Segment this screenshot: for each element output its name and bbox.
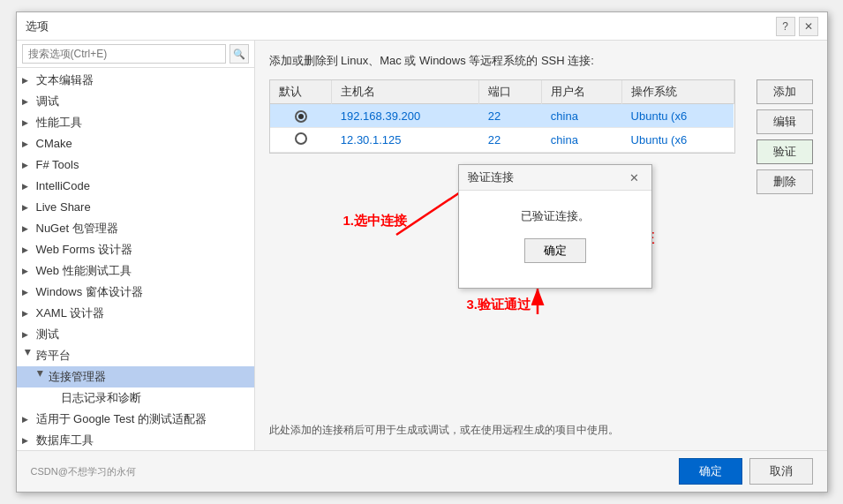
edit-button[interactable]: 编辑 <box>756 109 813 134</box>
sidebar-item-label: 连接管理器 <box>49 368 106 386</box>
sidebar-item-label: IntelliCode <box>36 177 90 195</box>
options-dialog: 选项 ? ✕ 🔍 ▶ 文本编辑器 ▶ 调试 ▶ <box>16 11 828 493</box>
sidebar-item-webforms[interactable]: ▶ Web Forms 设计器 <box>17 239 254 260</box>
expand-arrow: ▶ <box>22 156 34 174</box>
table-row[interactable]: 12.30.1.125 22 china Ubuntu (x6 <box>270 128 734 153</box>
dialog-title: 选项 <box>26 19 49 34</box>
col-header-user: 用户名 <box>542 80 622 104</box>
sidebar-item-label: F# Tools <box>36 156 79 174</box>
sidebar-item-winforms[interactable]: ▶ Windows 窗体设计器 <box>17 282 254 303</box>
expand-arrow: ▶ <box>22 262 34 280</box>
sidebar-item-log[interactable]: ▶ 日志记录和诊断 <box>17 387 254 409</box>
tree-container: ▶ 文本编辑器 ▶ 调试 ▶ 性能工具 ▶ CMake ▶ F# Tools <box>17 68 254 450</box>
search-box: 🔍 <box>17 41 254 68</box>
col-header-port: 端口 <box>479 80 542 104</box>
sidebar-item-nuget[interactable]: ▶ NuGet 包管理器 <box>17 218 254 239</box>
port-cell: 22 <box>479 104 542 128</box>
verify-confirm-button[interactable]: 确定 <box>524 238 586 263</box>
os-cell: Ubuntu (x6 <box>622 128 734 153</box>
sidebar-item-label: Web Forms 设计器 <box>36 241 133 259</box>
content-area: 添加或删除到 Linux、Mac 或 Windows 等远程系统的 SSH 连接… <box>255 41 827 450</box>
sidebar-item-label: Windows 窗体设计器 <box>36 283 143 301</box>
col-header-default: 默认 <box>270 80 332 104</box>
search-icon[interactable]: 🔍 <box>230 44 249 64</box>
sidebar-item-label: 适用于 Google Test 的测试适配器 <box>36 410 207 428</box>
table-row[interactable]: 192.168.39.200 22 china Ubuntu (x6 <box>270 104 734 128</box>
title-controls: ? ✕ <box>776 17 818 36</box>
sidebar-item-google-test[interactable]: ▶ 适用于 Google Test 的测试适配器 <box>17 409 254 430</box>
sidebar-item-label: 测试 <box>36 326 59 343</box>
content-footer-text: 此处添加的连接稍后可用于生成或调试，或在使用远程生成的项目中使用。 <box>269 423 813 438</box>
sidebar-item-webperf[interactable]: ▶ Web 性能测试工具 <box>17 260 254 282</box>
radio-cell <box>270 128 332 153</box>
expand-arrow: ▶ <box>22 283 34 301</box>
expand-arrow: ▶ <box>32 371 49 383</box>
help-button[interactable]: ? <box>776 17 795 36</box>
sidebar-item-fsharp[interactable]: ▶ F# Tools <box>17 154 254 176</box>
radio-button[interactable] <box>295 132 307 145</box>
ok-button[interactable]: 确定 <box>679 458 742 485</box>
verify-dialog-title: 验证连接 <box>468 169 514 185</box>
sidebar-item-label: 日志记录和诊断 <box>61 389 141 407</box>
expand-arrow: ▶ <box>22 432 34 449</box>
sidebar-item-debug[interactable]: ▶ 调试 <box>17 91 254 112</box>
sidebar-item-connection-manager[interactable]: ▶ 连接管理器 <box>17 366 254 387</box>
close-button[interactable]: ✕ <box>799 17 818 36</box>
sidebar-item-label: 文本编辑器 <box>36 71 94 89</box>
sidebar-item-label: XAML 设计器 <box>36 305 105 322</box>
sidebar: 🔍 ▶ 文本编辑器 ▶ 调试 ▶ 性能工具 ▶ CMake <box>17 41 255 450</box>
user-cell: china <box>542 128 622 153</box>
sidebar-item-perf[interactable]: ▶ 性能工具 <box>17 112 254 133</box>
sidebar-item-label: Web 性能测试工具 <box>36 262 132 280</box>
add-button[interactable]: 添加 <box>756 79 813 104</box>
expand-arrow: ▶ <box>22 177 34 195</box>
verify-body: 已验证连接。 确定 <box>459 191 651 288</box>
os-cell: Ubuntu (x6 <box>622 104 734 128</box>
col-header-host: 主机名 <box>332 80 479 104</box>
footer-brand: CSDN@不想学习的永何 <box>31 465 136 478</box>
sidebar-item-live-share[interactable]: ▶ Live Share <box>17 197 254 218</box>
sidebar-item-label: 跨平台 <box>36 347 71 365</box>
sidebar-item-label: 性能工具 <box>36 114 82 132</box>
user-cell: china <box>542 104 622 128</box>
radio-button[interactable] <box>295 110 307 123</box>
sidebar-item-label: 调试 <box>36 93 59 110</box>
sidebar-item-cmake[interactable]: ▶ CMake <box>17 133 254 154</box>
expand-arrow: ▶ <box>19 350 37 362</box>
content-header: 添加或删除到 Linux、Mac 或 Windows 等远程系统的 SSH 连接… <box>269 53 813 69</box>
sidebar-item-xaml[interactable]: ▶ XAML 设计器 <box>17 303 254 324</box>
sidebar-item-crossplatform[interactable]: ▶ 跨平台 <box>17 345 254 366</box>
delete-button[interactable]: 删除 <box>756 169 813 194</box>
verify-button[interactable]: 验证 <box>756 139 813 164</box>
expand-arrow: ▶ <box>22 199 34 216</box>
dialog-footer: CSDN@不想学习的永何 确定 取消 <box>17 450 827 492</box>
sidebar-item-database[interactable]: ▶ 数据库工具 <box>17 430 254 450</box>
ssh-table-wrapper: 默认 主机名 端口 用户名 操作系统 <box>269 79 735 154</box>
col-header-os: 操作系统 <box>622 80 734 104</box>
dialog-body: 🔍 ▶ 文本编辑器 ▶ 调试 ▶ 性能工具 ▶ CMake <box>17 41 827 450</box>
sidebar-item-label: NuGet 包管理器 <box>36 220 118 237</box>
cancel-button[interactable]: 取消 <box>749 458 813 485</box>
expand-arrow: ▶ <box>22 305 34 322</box>
expand-arrow: ▶ <box>22 241 34 259</box>
ssh-table: 默认 主机名 端口 用户名 操作系统 <box>270 80 734 153</box>
search-input[interactable] <box>22 44 226 64</box>
verify-message: 已验证连接。 <box>477 208 634 224</box>
verify-close-button[interactable]: ✕ <box>627 169 643 185</box>
expand-arrow: ▶ <box>22 93 34 110</box>
expand-arrow: ▶ <box>22 410 34 428</box>
verify-dialog: 验证连接 ✕ 已验证连接。 确定 <box>458 164 652 289</box>
expand-arrow: ▶ <box>22 114 34 132</box>
expand-arrow: ▶ <box>22 220 34 237</box>
sidebar-item-intellicode[interactable]: ▶ IntelliCode <box>17 176 254 197</box>
sidebar-item-test[interactable]: ▶ 测试 <box>17 324 254 345</box>
sidebar-item-label: Live Share <box>36 199 91 216</box>
sidebar-item-label: 数据库工具 <box>36 432 94 449</box>
expand-arrow: ▶ <box>22 135 34 153</box>
sidebar-item-text-editor[interactable]: ▶ 文本编辑器 <box>17 70 254 91</box>
title-bar: 选项 ? ✕ <box>17 12 827 41</box>
radio-cell <box>270 104 332 128</box>
verify-title-bar: 验证连接 ✕ <box>459 165 651 191</box>
expand-arrow: ▶ <box>22 71 34 89</box>
action-buttons: 添加 编辑 验证 删除 <box>756 79 813 194</box>
